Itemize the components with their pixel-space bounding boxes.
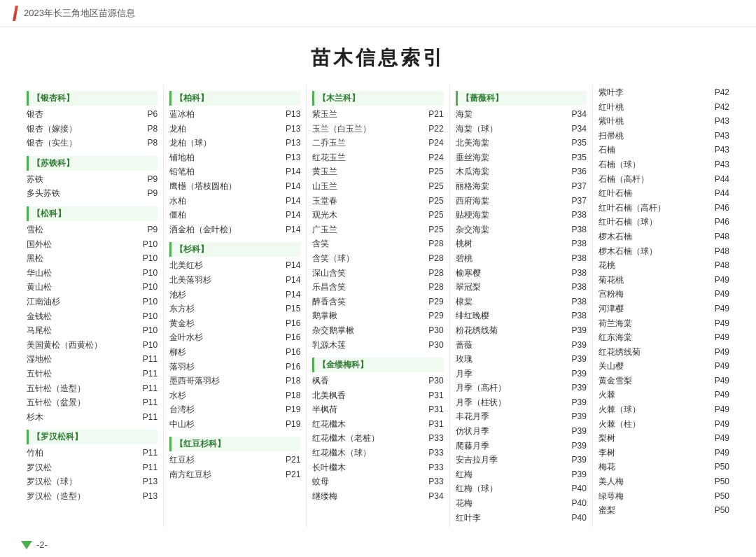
item-name: 紫叶桃 — [598, 115, 624, 128]
list-item: 深山含笑P28 — [312, 266, 443, 281]
item-page: P16 — [281, 331, 300, 344]
item-page: P49 — [710, 403, 729, 416]
item-page: P39 — [567, 381, 587, 395]
item-page: P25 — [424, 165, 444, 178]
item-name: 丰花月季 — [456, 410, 489, 423]
list-item: 二乔玉兰P24 — [312, 136, 443, 150]
list-item: 扫帚桃P43 — [598, 129, 729, 143]
list-item: 石楠（球）P43 — [598, 157, 729, 172]
list-item: 木瓜海棠P36 — [456, 164, 587, 179]
section-header-2-2: 【杉科】 — [169, 242, 300, 257]
item-name: 花桃 — [598, 259, 615, 272]
item-name: 僵柏 — [169, 209, 186, 222]
item-page: P50 — [710, 460, 729, 474]
item-page: P33 — [424, 475, 444, 488]
item-name: 观光木 — [312, 209, 337, 222]
item-name: 南方红豆杉 — [169, 468, 211, 481]
list-item: 垂丝海棠P35 — [456, 150, 587, 165]
item-page: P19 — [281, 403, 300, 416]
item-page: P39 — [567, 410, 587, 423]
list-item: 观光木P25 — [312, 208, 443, 223]
list-item: 美人梅P50 — [598, 474, 729, 489]
list-item: 花桃P48 — [598, 258, 729, 273]
list-item: 僵柏P14 — [169, 208, 300, 223]
item-page: P39 — [567, 453, 587, 467]
item-page: P8 — [138, 136, 158, 150]
list-item: 台湾杉P19 — [169, 402, 300, 417]
item-name: 安吉拉月季 — [456, 453, 498, 467]
item-name: 龙柏 — [169, 122, 186, 136]
list-item: 蔷薇P39 — [456, 338, 587, 353]
index-list-3-2: 枫香P30北美枫香P31半枫荷P31红花檵木P31红花檵木（老桩）P33红花檵木… — [312, 374, 443, 503]
item-page: P6 — [138, 108, 158, 121]
list-item: 罗汉松（造型）P13 — [27, 489, 158, 504]
item-page: P35 — [567, 136, 587, 150]
column-3: 【木兰科】紫玉兰P21玉兰（白玉兰）P22二乔玉兰P24红花玉兰P24黄玉兰P2… — [307, 85, 449, 528]
main-content: 苗木信息索引 【银杏科】银杏P6银杏（嫁接）P8银杏（实生）P8【苏铁科】苏铁P… — [0, 27, 756, 542]
item-page: P31 — [424, 418, 444, 431]
list-item: 关山樱P49 — [598, 359, 729, 374]
list-item: 蜜梨P50 — [598, 503, 729, 518]
item-name: 美国黄松（西黄松） — [27, 339, 102, 352]
list-item: 爬藤月季P39 — [456, 439, 587, 453]
page-wrapper: 2023年长三角地区苗源信息 苗木信息索引 【银杏科】银杏P6银杏（嫁接）P8银… — [0, 0, 756, 557]
item-name: 继缕梅 — [312, 490, 337, 503]
item-name: 火棘 — [598, 388, 615, 402]
item-name: 江南油杉 — [27, 295, 60, 309]
list-item: 柳杉P16 — [169, 345, 300, 360]
list-item: 雪松P9 — [27, 223, 158, 237]
list-item: 乐昌含笑P28 — [312, 280, 443, 295]
list-item: 池杉P14 — [169, 288, 300, 302]
list-item: 榆寒樱P38 — [456, 266, 587, 281]
item-page: P9 — [138, 173, 158, 186]
list-item: 丽格海棠P37 — [456, 179, 587, 194]
item-page: P10 — [138, 310, 158, 323]
column-1: 【银杏科】银杏P6银杏（嫁接）P8银杏（实生）P8【苏铁科】苏铁P9多头苏铁P9… — [21, 85, 164, 528]
item-name: 棣棠 — [456, 295, 472, 309]
list-item: 北美枫香P31 — [312, 388, 443, 403]
list-item: 红梅（球）P40 — [456, 481, 587, 496]
list-item: 竹柏P11 — [27, 446, 158, 460]
item-page: P34 — [567, 122, 587, 136]
list-item: 绯红晚樱P38 — [456, 309, 587, 323]
item-page: P14 — [281, 223, 300, 237]
section-header-4-1: 【蔷薇科】 — [456, 91, 587, 106]
item-page: P14 — [281, 180, 300, 193]
item-page: P44 — [710, 173, 729, 186]
list-item: 杉木P11 — [27, 410, 158, 425]
item-page: P10 — [138, 295, 158, 309]
item-name: 仿状月季 — [456, 425, 489, 438]
item-page: P13 — [281, 108, 300, 121]
list-item: 多头苏铁P9 — [27, 186, 158, 201]
item-page: P34 — [567, 108, 587, 121]
item-name: 五针松（盆景） — [27, 396, 85, 409]
item-name: 银杏 — [27, 108, 43, 121]
item-page: P43 — [710, 115, 729, 128]
section-header-1-3: 【松科】 — [27, 206, 158, 221]
item-page: P39 — [567, 425, 587, 438]
index-list-1-4: 竹柏P11罗汉松P11罗汉松（球）P13罗汉松（造型）P13 — [27, 446, 158, 503]
item-name: 金叶水杉 — [169, 331, 203, 344]
item-name: 木瓜海棠 — [456, 165, 489, 178]
item-page: P31 — [424, 389, 444, 402]
item-page: P39 — [567, 468, 587, 481]
item-page: P18 — [281, 374, 300, 388]
item-name: 黄玉兰 — [312, 165, 337, 178]
item-name: 红花檵木（球） — [312, 446, 371, 460]
item-name: 红花玉兰 — [312, 151, 346, 164]
item-page: P22 — [424, 122, 444, 136]
list-item: 五针松（盆景）P11 — [27, 395, 158, 410]
item-page: P49 — [710, 288, 729, 301]
item-name: 红花檵木 — [312, 418, 346, 431]
item-page: P25 — [424, 209, 444, 222]
item-name: 东方杉 — [169, 302, 195, 316]
index-list-1-2: 苏铁P9多头苏铁P9 — [27, 172, 158, 201]
item-name: 鹅掌楸 — [312, 309, 337, 323]
list-item: 红叶石楠（球）P46 — [598, 215, 729, 230]
list-item: 江南油杉P10 — [27, 295, 158, 309]
item-page: P49 — [710, 360, 729, 373]
list-item: 五针松P11 — [27, 367, 158, 381]
item-name: 椤木石楠 — [598, 230, 632, 244]
item-name: 北美红杉 — [169, 259, 203, 272]
item-name: 花梅 — [456, 497, 472, 510]
